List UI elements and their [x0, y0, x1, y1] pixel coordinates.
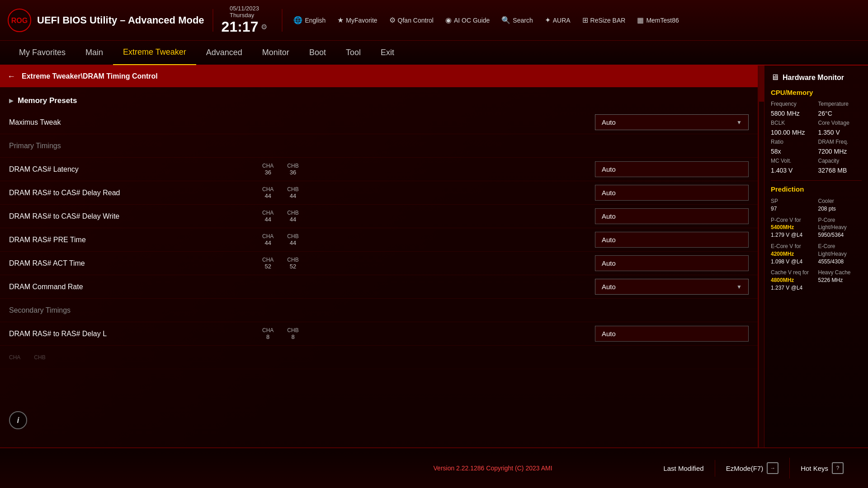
nav-main[interactable]: Main — [75, 40, 113, 65]
pred-cache-4800-row: Cache V req for 4800MHz 1.237 V @L4 Heav… — [771, 269, 862, 291]
pcore-light-heavy-value: 5950/5364 — [818, 231, 862, 239]
dram-ras-act-label: DRAM RAS# ACT Time — [9, 259, 262, 267]
left-panel: ← Extreme Tweaker\DRAM Timing Control ▶ … — [0, 66, 759, 447]
time-settings-icon[interactable]: ⚙ — [261, 23, 267, 31]
dram-command-rate-control: Auto ▼ — [262, 279, 749, 295]
ratio-value: 58x — [771, 148, 815, 155]
time-display: 21:17 — [222, 19, 259, 35]
aioc-icon: ◉ — [445, 16, 452, 24]
top-divider — [212, 9, 213, 32]
dram-command-rate-row: DRAM Command Rate Auto ▼ — [0, 275, 758, 299]
rog-logo: ROG — [7, 8, 32, 33]
bclk-value: 100.00 MHz — [771, 129, 815, 136]
logo-area: ROG UEFI BIOS Utility – Advanced Mode — [7, 8, 204, 33]
top-bar: ROG UEFI BIOS Utility – Advanced Mode 05… — [0, 0, 868, 41]
cache-4800-value: 1.237 V @L4 — [771, 284, 815, 292]
my-favorite-button[interactable]: ★ MyFavorite — [333, 14, 382, 26]
sp-label: SP — [771, 197, 815, 205]
ecore-4200-value: 1.098 V @L4 — [771, 258, 815, 266]
dram-cas-control — [306, 161, 749, 177]
dram-ras-pre-input[interactable] — [595, 232, 749, 248]
breadcrumb-bar: ← Extreme Tweaker\DRAM Timing Control — [0, 66, 758, 87]
dram-ras-pre-cha-chb: CHA 44 CHB 44 — [262, 233, 299, 246]
aura-button[interactable]: ✦ AURA — [540, 14, 575, 26]
dram-ras-cas-read-row: DRAM RAS# to CAS# Delay Read CHA 44 CHB … — [0, 181, 758, 205]
date-display: 05/11/2023 Thursday — [230, 5, 259, 19]
hw-divider — [771, 180, 862, 181]
mc-volt-value: 1.403 V — [771, 167, 815, 174]
scroll-thumb[interactable] — [759, 66, 764, 102]
dram-cas-input[interactable] — [595, 161, 749, 177]
hw-monitor-header: 🖥 Hardware Monitor — [771, 73, 862, 82]
hw-metrics-grid: Frequency Temperature 5800 MHz 26°C BCLK… — [771, 101, 862, 174]
dram-ras-cas-read-input[interactable] — [595, 185, 749, 201]
back-button[interactable]: ← — [7, 72, 15, 81]
capacity-label: Capacity — [818, 158, 862, 164]
dram-freq-label: DRAM Freq. — [818, 139, 862, 145]
qfan-button[interactable]: ⚙ Qfan Control — [385, 14, 438, 26]
datetime-area: 05/11/2023 Thursday 21:17 ⚙ — [222, 5, 268, 35]
pcore-light-heavy-label: P-CoreLight/Heavy — [818, 216, 862, 232]
pred-ecore-4200-row: E-Core V for 4200MHz 1.098 V @L4 E-CoreL… — [771, 243, 862, 265]
nav-extreme-tweaker[interactable]: Extreme Tweaker — [113, 40, 196, 65]
ezmode-button[interactable]: EzMode(F7) → — [715, 458, 790, 479]
sp-value: 97 — [771, 205, 815, 213]
dram-ras-ras-delay-l-label: DRAM RAS# to RAS# Delay L — [9, 330, 262, 338]
maximus-tweak-label: Maximus Tweak — [9, 118, 262, 127]
dram-ras-ras-delay-l-control — [306, 326, 749, 342]
aioc-button[interactable]: ◉ AI OC Guide — [441, 14, 494, 26]
search-button[interactable]: 🔍 Search — [497, 14, 537, 26]
svg-text:ROG: ROG — [11, 17, 28, 24]
bios-title: UEFI BIOS Utility – Advanced Mode — [37, 14, 204, 26]
footer-actions: Last Modified EzMode(F7) → Hot Keys ? — [652, 458, 854, 479]
scrollbar[interactable] — [759, 66, 764, 447]
settings-area[interactable]: ▶ Memory Presets Maximus Tweak Auto ▼ — [0, 87, 758, 447]
info-button[interactable]: i — [9, 411, 27, 429]
hotkeys-button[interactable]: Hot Keys ? — [790, 458, 854, 479]
dram-ras-pre-label: DRAM RAS# PRE Time — [9, 236, 262, 244]
top-actions: 🌐 English ★ MyFavorite ⚙ Qfan Control ◉ … — [289, 14, 861, 26]
nav-exit[interactable]: Exit — [371, 40, 404, 65]
pcore-5400-label: P-Core V for 5400MHz — [771, 216, 815, 232]
hotkeys-icon: ? — [832, 462, 844, 474]
star-icon: ★ — [337, 16, 344, 24]
ecore-4200-label: E-Core V for 4200MHz — [771, 243, 815, 258]
core-voltage-label: Core Voltage — [818, 120, 862, 126]
dram-command-rate-dropdown[interactable]: Auto ▼ — [595, 279, 749, 295]
prediction-section: Prediction SP 97 Cooler 208 pts P-Core — [771, 185, 862, 292]
dram-ras-act-input[interactable] — [595, 255, 749, 271]
memory-presets-section[interactable]: ▶ Memory Presets — [0, 91, 758, 111]
dram-ras-cas-write-label: DRAM RAS# to CAS# Delay Write — [9, 212, 262, 221]
prediction-title: Prediction — [771, 185, 862, 193]
pcore-5400-value: 1.279 V @L4 — [771, 231, 815, 239]
dram-ras-cas-write-input[interactable] — [595, 208, 749, 224]
nav-monitor[interactable]: Monitor — [252, 40, 299, 65]
expand-arrow: ▶ — [9, 98, 13, 104]
dram-ras-pre-control — [306, 232, 749, 248]
maximus-tweak-control: Auto ▼ — [262, 114, 749, 130]
maximus-tweak-dropdown[interactable]: Auto ▼ — [595, 114, 749, 130]
frequency-value: 5800 MHz — [771, 110, 815, 117]
dram-ras-cas-read-cha-chb: CHA 44 CHB 44 — [262, 186, 299, 199]
dram-ras-cas-write-cha-chb: CHA 44 CHB 44 — [262, 210, 299, 223]
dram-ras-cas-write-control — [306, 208, 749, 224]
memtest-button[interactable]: ▦ MemTest86 — [632, 14, 683, 26]
nav-my-favorites[interactable]: My Favorites — [9, 40, 75, 65]
globe-icon: 🌐 — [293, 16, 302, 24]
dram-ras-act-cha-chb: CHA 52 CHB 52 — [262, 257, 299, 270]
resizebar-button[interactable]: ⊞ ReSize BAR — [578, 14, 630, 26]
dram-ras-ras-delay-l-input[interactable] — [595, 326, 749, 342]
time-area: 21:17 ⚙ — [222, 19, 268, 35]
footer: Version 2.22.1286 Copyright (C) 2023 AMI… — [0, 447, 868, 488]
nav-tool[interactable]: Tool — [336, 40, 371, 65]
nav-boot[interactable]: Boot — [299, 40, 336, 65]
pred-pcore-5400-row: P-Core V for 5400MHz 1.279 V @L4 P-CoreL… — [771, 216, 862, 239]
frequency-label: Frequency — [771, 101, 815, 107]
main-content: ← Extreme Tweaker\DRAM Timing Control ▶ … — [0, 66, 868, 447]
bclk-label: BCLK — [771, 120, 815, 126]
heavy-cache-label: Heavy Cache — [818, 269, 862, 277]
last-modified-button[interactable]: Last Modified — [652, 460, 715, 477]
language-selector[interactable]: 🌐 English — [289, 14, 330, 26]
pred-sp-row: SP 97 Cooler 208 pts — [771, 197, 862, 213]
nav-advanced[interactable]: Advanced — [196, 40, 252, 65]
